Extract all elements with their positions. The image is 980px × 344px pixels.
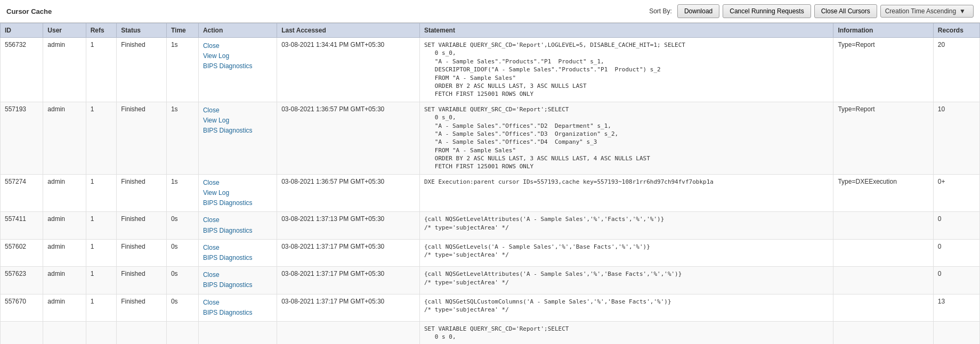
cell-time: 1s (166, 38, 198, 102)
cell-refs (86, 321, 117, 344)
cell-statement: {call NQSGetLevelAttributes('A - Sample … (419, 267, 833, 294)
sort-select[interactable]: Creation Time Ascending ▼ (880, 5, 974, 18)
cell-records: 0 (933, 212, 979, 239)
cell-lastaccessed: 03-08-2021 1:36:57 PM GMT+05:30 (277, 174, 420, 212)
cell-time: 0s (166, 239, 198, 266)
action-link-close[interactable]: Close (203, 178, 272, 188)
cell-action: CloseBIPS Diagnostics (198, 239, 277, 266)
cell-status (117, 321, 167, 344)
cell-status: Finished (117, 102, 167, 174)
action-link-close[interactable]: Close (203, 243, 272, 253)
table-row: 557670admin1Finished0sCloseBIPS Diagnost… (1, 294, 980, 321)
cell-refs: 1 (86, 294, 117, 321)
table-row: 557411admin1Finished0sCloseBIPS Diagnost… (1, 212, 980, 239)
cell-records: 0+ (933, 174, 979, 212)
cell-records: 0 (933, 239, 979, 266)
cell-id: 556732 (1, 38, 43, 102)
cell-status: Finished (117, 239, 167, 266)
col-header-time: Time (166, 23, 198, 38)
cell-lastaccessed: 03-08-2021 1:34:41 PM GMT+05:30 (277, 38, 420, 102)
cell-time: 1s (166, 102, 198, 174)
cell-lastaccessed: 03-08-2021 1:37:17 PM GMT+05:30 (277, 239, 420, 266)
cell-user: admin (43, 239, 86, 266)
cell-records (933, 321, 979, 344)
cell-user: admin (43, 267, 86, 294)
action-link-close[interactable]: Close (203, 270, 272, 280)
action-link-bips-diagnostics[interactable]: BIPS Diagnostics (203, 308, 272, 318)
action-link-bips-diagnostics[interactable]: BIPS Diagnostics (203, 226, 272, 236)
cell-status: Finished (117, 174, 167, 212)
cell-action (198, 321, 277, 344)
close-all-button[interactable]: Close All Cursors (814, 4, 877, 18)
cell-action: CloseBIPS Diagnostics (198, 212, 277, 239)
chevron-down-icon: ▼ (959, 7, 966, 15)
cell-records: 0 (933, 267, 979, 294)
cell-statement: SET VARIABLE QUERY_SRC_CD='Report';SELEC… (419, 321, 833, 344)
action-link-close[interactable]: Close (203, 215, 272, 225)
action-link-bips-diagnostics[interactable]: BIPS Diagnostics (203, 280, 272, 290)
table-row: 556732admin1Finished1sCloseView LogBIPS … (1, 38, 980, 102)
page-title: Cursor Cache (6, 7, 52, 15)
col-header-information: Information (833, 23, 933, 38)
cancel-running-button[interactable]: Cancel Running Requests (723, 4, 811, 18)
cell-refs: 1 (86, 174, 117, 212)
cell-information (833, 294, 933, 321)
cell-statement: DXE Execution:parent cursor IDs=557193,c… (419, 174, 833, 212)
cell-action: CloseBIPS Diagnostics (198, 267, 277, 294)
cell-status: Finished (117, 38, 167, 102)
action-link-close[interactable]: Close (203, 41, 272, 51)
cell-time: 0s (166, 212, 198, 239)
cell-records: 10 (933, 102, 979, 174)
action-link-bips-diagnostics[interactable]: BIPS Diagnostics (203, 253, 272, 263)
cell-information (833, 212, 933, 239)
cell-refs: 1 (86, 267, 117, 294)
sort-value: Creation Time Ascending (885, 7, 956, 15)
cell-id: 557274 (1, 174, 43, 212)
col-header-id: ID (1, 23, 43, 38)
cell-action: CloseView LogBIPS Diagnostics (198, 38, 277, 102)
cell-refs: 1 (86, 38, 117, 102)
cell-lastaccessed: 03-08-2021 1:36:57 PM GMT+05:30 (277, 102, 420, 174)
header-controls: Sort By: Download Cancel Running Request… (649, 4, 974, 18)
table-row: SET VARIABLE QUERY_SRC_CD='Report';SELEC… (1, 321, 980, 344)
cell-statement: {call NQSGetLevelAttributes('A - Sample … (419, 212, 833, 239)
cell-lastaccessed: 03-08-2021 1:37:13 PM GMT+05:30 (277, 212, 420, 239)
cell-records: 20 (933, 38, 979, 102)
cell-information (833, 321, 933, 344)
action-link-view-log[interactable]: View Log (203, 51, 272, 61)
cell-id: 557602 (1, 239, 43, 266)
action-link-bips-diagnostics[interactable]: BIPS Diagnostics (203, 126, 272, 136)
cell-user (43, 321, 86, 344)
cell-user: admin (43, 212, 86, 239)
col-header-records: Records (933, 23, 979, 38)
action-link-view-log[interactable]: View Log (203, 188, 272, 198)
action-link-close[interactable]: Close (203, 298, 272, 308)
cell-information: Type=Report (833, 102, 933, 174)
cell-action: CloseView LogBIPS Diagnostics (198, 174, 277, 212)
action-link-view-log[interactable]: View Log (203, 116, 272, 126)
cell-status: Finished (117, 294, 167, 321)
cell-id: 557411 (1, 212, 43, 239)
cell-information: Type=Report (833, 38, 933, 102)
cell-time: 0s (166, 294, 198, 321)
action-link-bips-diagnostics[interactable]: BIPS Diagnostics (203, 198, 272, 208)
table-row: 557193admin1Finished1sCloseView LogBIPS … (1, 102, 980, 174)
cell-user: admin (43, 102, 86, 174)
action-link-bips-diagnostics[interactable]: BIPS Diagnostics (203, 61, 272, 71)
cell-id: 557193 (1, 102, 43, 174)
cell-time (166, 321, 198, 344)
table-row: 557274admin1Finished1sCloseView LogBIPS … (1, 174, 980, 212)
cell-records: 13 (933, 294, 979, 321)
cell-statement: SET VARIABLE QUERY_SRC_CD='Report';SELEC… (419, 102, 833, 174)
cell-user: admin (43, 294, 86, 321)
cell-user: admin (43, 174, 86, 212)
cell-time: 1s (166, 174, 198, 212)
cell-lastaccessed: 03-08-2021 1:37:17 PM GMT+05:30 (277, 267, 420, 294)
cell-refs: 1 (86, 102, 117, 174)
download-button[interactable]: Download (677, 4, 719, 18)
col-header-lastaccessed: Last Accessed (277, 23, 420, 38)
cell-statement: {call NQSGetSQLCustomColumns('A - Sample… (419, 294, 833, 321)
cell-user: admin (43, 38, 86, 102)
col-header-refs: Refs (86, 23, 117, 38)
action-link-close[interactable]: Close (203, 105, 272, 116)
